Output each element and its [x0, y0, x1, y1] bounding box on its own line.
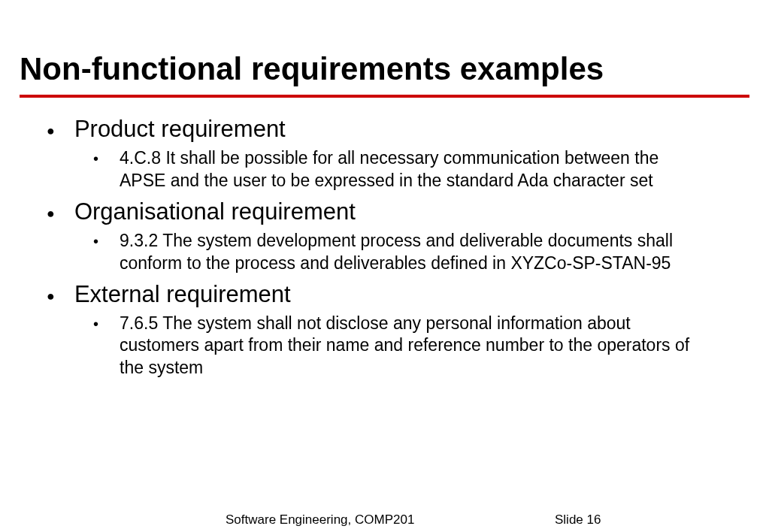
sub-bullet: • 9.3.2 The system development process a… [23, 230, 746, 275]
slide-content: ● Product requirement • 4.C.8 It shall b… [0, 98, 769, 379]
main-bullet: ● Product requirement [23, 116, 746, 143]
main-bullet-text: Product requirement [74, 116, 286, 143]
sub-bullet-icon: • [93, 230, 98, 252]
sub-bullet: • 4.C.8 It shall be possible for all nec… [23, 147, 746, 192]
bullet-icon: ● [47, 289, 55, 304]
bullet-icon: ● [47, 123, 55, 139]
sub-bullet-icon: • [93, 147, 98, 170]
main-bullet: ● External requirement [23, 281, 746, 308]
slide-title: Non-functional requirements examples [0, 0, 769, 95]
footer-course: Software Engineering, COMP201 [226, 512, 414, 527]
sub-bullet-text: 4.C.8 It shall be possible for all neces… [120, 147, 701, 192]
footer-slide-number: Slide 16 [555, 512, 601, 527]
sub-bullet: • 7.6.5 The system shall not disclose an… [23, 313, 746, 380]
main-bullet-text: Organisational requirement [74, 198, 356, 225]
sub-bullet-text: 7.6.5 The system shall not disclose any … [120, 313, 701, 380]
sub-bullet-icon: • [93, 313, 98, 335]
main-bullet-text: External requirement [74, 281, 291, 308]
sub-bullet-text: 9.3.2 The system development process and… [120, 230, 701, 275]
main-bullet: ● Organisational requirement [23, 198, 746, 225]
bullet-icon: ● [47, 206, 55, 222]
